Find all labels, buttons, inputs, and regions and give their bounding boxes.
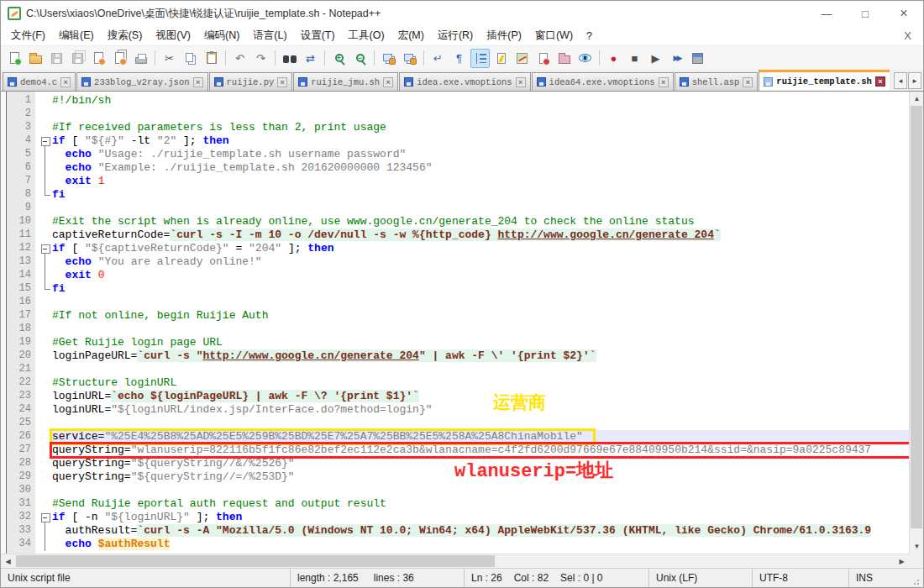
cut-icon[interactable]: ✂ — [160, 49, 179, 68]
code-line-16[interactable] — [52, 296, 909, 309]
word-wrap-icon[interactable]: ↵ — [428, 49, 448, 68]
tab-ruijie-py[interactable]: ruijie.py× — [209, 72, 293, 91]
print-icon[interactable] — [131, 49, 150, 68]
code-line-31[interactable]: #Send Ruijie eportal auth request and ou… — [52, 497, 909, 511]
code-line-7[interactable]: exit 1 — [52, 175, 909, 188]
menubar-close-document-icon[interactable]: X — [900, 29, 915, 42]
tab-demo4-c[interactable]: demo4.c× — [3, 72, 76, 91]
find-icon[interactable] — [280, 49, 299, 68]
tab-scroll-left-icon[interactable]: ◂ — [894, 72, 907, 89]
horizontal-scrollbar-thumb[interactable] — [16, 555, 495, 567]
code-line-18[interactable] — [52, 323, 909, 336]
minimize-button[interactable]: — — [807, 1, 846, 26]
scroll-down-icon[interactable]: ▼ — [910, 539, 923, 554]
code-line-27[interactable]: queryString="wlanuserip=822116b5f1fc86e8… — [52, 444, 909, 457]
code-line-13[interactable]: echo "You are already online!" — [52, 255, 909, 269]
code-line-21[interactable] — [52, 363, 909, 376]
fold-toggle-icon[interactable] — [40, 134, 52, 148]
code-line-10[interactable]: #Exit the script when is already online,… — [52, 215, 909, 228]
tab-scroll-right-icon[interactable]: ▸ — [908, 72, 921, 89]
menu-macro[interactable]: 宏(M) — [391, 26, 431, 45]
tab-close-icon[interactable]: × — [60, 77, 71, 87]
code-line-4[interactable]: if [ "${#}" -lt "2" ]; then — [52, 134, 909, 148]
tab-close-icon[interactable]: × — [743, 77, 753, 87]
code-line-32[interactable]: if [ -n "${loginURL}" ]; then — [52, 511, 909, 524]
code-line-33[interactable]: authResult=`curl -s -A "Mozilla/5.0 (Win… — [52, 524, 909, 538]
code-line-2[interactable] — [52, 108, 909, 121]
tab-idea-exe-vmoptions[interactable]: idea.exe.vmoptions× — [399, 72, 530, 91]
vertical-scrollbar[interactable]: ▲ ▼ — [909, 92, 923, 554]
start-recording-icon[interactable]: ● — [604, 49, 623, 68]
text-editing-area[interactable]: #!/bin/sh#If received parameters is less… — [52, 92, 909, 568]
code-line-3[interactable]: #If received parameters is less than 2, … — [52, 121, 909, 134]
menu-encoding[interactable]: 编码(N) — [197, 26, 246, 45]
code-line-24[interactable]: loginURL="${loginURL/index.jsp/InterFace… — [52, 403, 909, 417]
new-file-icon[interactable] — [5, 49, 24, 68]
save-macro-icon[interactable] — [688, 49, 707, 68]
zoom-in-icon[interactable]: + — [329, 49, 349, 68]
tab-close-icon[interactable]: × — [193, 77, 203, 87]
function-list-icon[interactable] — [491, 49, 511, 68]
code-line-25[interactable] — [52, 417, 909, 430]
undo-icon[interactable]: ↶ — [230, 49, 249, 68]
tab-idea64-exe-vmoptions[interactable]: idea64.exe.vmoptions× — [532, 72, 674, 91]
menu-view[interactable]: 视图(V) — [149, 26, 197, 45]
code-line-14[interactable]: exit 0 — [52, 269, 909, 282]
fold-toggle-icon[interactable] — [40, 511, 52, 524]
code-line-11[interactable]: captiveReturnCode=`curl -s -I -m 10 -o /… — [52, 228, 909, 242]
document-map-icon[interactable] — [512, 49, 532, 68]
show-all-characters-icon[interactable]: ¶ — [449, 49, 469, 68]
horizontal-scrollbar[interactable]: ◀ ▶ — [1, 554, 909, 568]
tab-close-icon[interactable]: × — [659, 77, 669, 87]
menu-file[interactable]: 文件(F) — [4, 26, 52, 45]
close-button[interactable]: × — [885, 1, 923, 26]
tab-close-icon[interactable]: × — [516, 77, 526, 87]
menu-tools[interactable]: 工具(O) — [342, 26, 391, 45]
code-line-20[interactable]: loginPageURL=`curl -s "http://www.google… — [52, 349, 909, 363]
redo-icon[interactable]: ↷ — [251, 49, 270, 68]
save-icon[interactable] — [47, 49, 66, 68]
code-line-6[interactable]: echo "Example: ./ruijie_template.sh 2016… — [52, 161, 909, 175]
code-line-1[interactable]: #!/bin/sh — [52, 94, 909, 108]
menu-language[interactable]: 语言(L) — [246, 26, 293, 45]
code-line-12[interactable]: if [ "${captiveReturnCode}" = "204" ]; t… — [52, 242, 909, 255]
scroll-left-icon[interactable]: ◀ — [1, 554, 15, 568]
close-all-icon[interactable] — [110, 49, 129, 68]
menu-window[interactable]: 窗口(W) — [528, 26, 580, 45]
menu-run[interactable]: 运行(R) — [431, 26, 480, 45]
scroll-right-icon[interactable]: ▶ — [895, 554, 909, 568]
code-line-9[interactable] — [52, 202, 909, 215]
menu-settings[interactable]: 设置(T) — [294, 26, 342, 45]
tab-close-icon[interactable]: × — [383, 77, 393, 87]
tab-close-icon[interactable]: × — [875, 76, 885, 87]
zoom-out-icon[interactable]: − — [350, 49, 370, 68]
show-indent-guide-icon[interactable] — [470, 49, 490, 68]
code-line-22[interactable]: #Structure loginURL — [52, 376, 909, 390]
sync-vertical-icon[interactable] — [379, 49, 398, 68]
tab-233blog-v2ray-json[interactable]: 233blog_v2ray.json× — [76, 72, 207, 91]
menu-search[interactable]: 搜索(S) — [101, 26, 150, 45]
code-line-17[interactable]: #If not online, begin Ruijie Auth — [52, 309, 909, 323]
menu-plugins[interactable]: 插件(P) — [480, 26, 528, 45]
folder-as-workspace-icon[interactable] — [554, 49, 574, 68]
code-line-5[interactable]: echo "Usage: ./ruijie_template.sh userna… — [52, 148, 909, 161]
fold-margin[interactable] — [40, 92, 52, 568]
maximize-button[interactable]: □ — [846, 1, 885, 26]
tab-close-icon[interactable]: × — [277, 77, 287, 87]
document-list-icon[interactable] — [533, 49, 553, 68]
vertical-scrollbar-thumb[interactable] — [911, 106, 922, 528]
code-line-34[interactable]: echo $authResult — [52, 538, 909, 551]
tab-shell-asp[interactable]: shell.asp× — [675, 72, 759, 91]
code-line-26[interactable]: service="%25E4%25B8%25AD%25E5%259B%25BD%… — [52, 430, 909, 444]
open-icon[interactable] — [26, 49, 45, 68]
close-icon[interactable] — [89, 49, 108, 68]
code-line-8[interactable]: fi — [52, 188, 909, 202]
stop-recording-icon[interactable]: ■ — [625, 49, 644, 68]
code-line-15[interactable]: fi — [52, 282, 909, 296]
playback-icon[interactable]: ▶ — [646, 49, 665, 68]
code-line-30[interactable] — [52, 484, 909, 497]
sync-horizontal-icon[interactable] — [400, 49, 419, 68]
save-all-icon[interactable] — [68, 49, 87, 68]
menu-edit[interactable]: 编辑(E) — [52, 26, 101, 45]
copy-icon[interactable] — [181, 49, 200, 68]
